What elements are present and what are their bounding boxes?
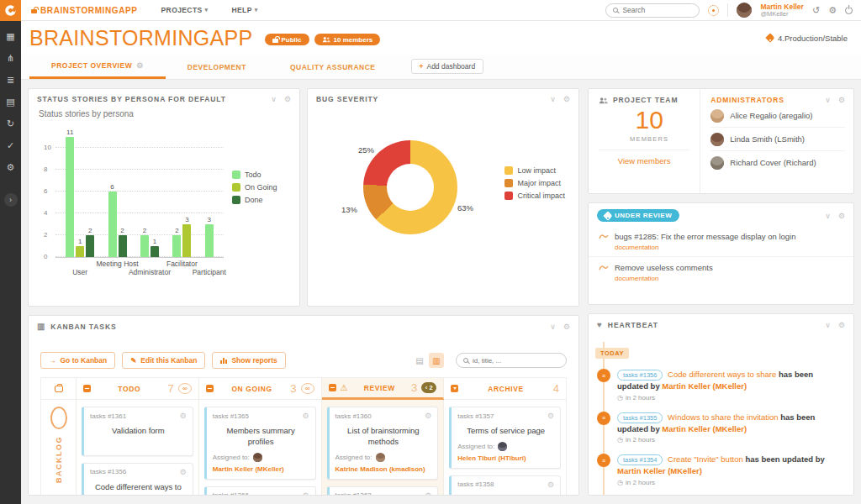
user-menu[interactable]: Martin Keller @MKeller xyxy=(760,3,804,18)
review-item[interactable]: bugs #1285: Fix the error message displa… xyxy=(589,226,853,257)
entry-user-link[interactable]: Martin Keller (MKeller) xyxy=(617,466,702,475)
collapse-column-icon[interactable] xyxy=(329,384,336,391)
entry-title-link[interactable]: Windows to share the invitation xyxy=(668,412,778,422)
card-gear-icon[interactable]: ⚙ xyxy=(563,323,570,331)
assignee-name[interactable]: Katrine Madison (kmadison) xyxy=(335,465,425,473)
documents-folder-icon[interactable]: ▤ xyxy=(6,97,14,107)
card-gear-icon[interactable]: ⚙ xyxy=(838,96,845,104)
kanban-filter-input[interactable] xyxy=(473,357,552,365)
members-badge[interactable]: 10 members xyxy=(314,34,381,45)
tab-gear-icon[interactable]: ⚙ xyxy=(136,61,144,70)
kanban-task-card[interactable]: tasks #1365 ⚙ Members summary profiles A… xyxy=(204,407,316,480)
kanban-task-card[interactable]: tasks #1360 ⚙ List of brainstorming meth… xyxy=(327,407,439,480)
collapse-column-icon[interactable] xyxy=(83,385,91,392)
kanban-task-card[interactable]: tasks #1356 ⚙ Code differerent ways to xyxy=(82,463,193,495)
collapse-chevron-icon[interactable]: ∨ xyxy=(825,96,831,104)
dashboard-grid-icon[interactable]: ▦ xyxy=(6,32,14,41)
backlog-list-icon[interactable]: ≣ xyxy=(7,76,14,85)
kanban-task-card[interactable]: tasks #1362 ⚙ xyxy=(327,486,439,495)
wip-limit-badge[interactable]: ∞ xyxy=(178,383,192,394)
task-title: Terms of service page xyxy=(457,420,554,440)
backlog-column[interactable]: BACKLOG xyxy=(41,400,77,495)
card-gear-icon[interactable]: ⚙ xyxy=(838,212,845,220)
card-gear-icon[interactable]: ⚙ xyxy=(302,412,309,420)
search-input[interactable] xyxy=(622,6,689,14)
widgets-icon[interactable] xyxy=(708,5,719,16)
wip-limit-badge[interactable]: ∞ xyxy=(301,383,314,394)
wip-limit-badge[interactable]: ‹ 2 xyxy=(421,382,436,393)
settings-gear-icon[interactable]: ⚙ xyxy=(828,6,837,15)
review-item-tag[interactable]: documentation xyxy=(615,244,843,251)
tab-project-overview[interactable]: PROJECT OVERVIEW ⚙ xyxy=(29,55,166,79)
card-gear-icon[interactable]: ⚙ xyxy=(425,491,431,495)
assigned-row: Assigned to: Katrine Madison (kmadison) xyxy=(335,453,432,473)
admin-row[interactable]: Richard Cover (Richard) xyxy=(710,151,845,174)
user-avatar[interactable] xyxy=(737,3,752,18)
collapse-chevron-icon[interactable]: ∨ xyxy=(825,212,831,220)
topbar-app-link[interactable]: BRAINSTORMINGAPP xyxy=(31,6,138,15)
testplan-check-icon[interactable]: ✓ xyxy=(7,141,14,150)
release-tag[interactable]: 4.Production/Stable xyxy=(767,34,848,43)
entry-user-link[interactable]: Martin Keller (MKeller) xyxy=(662,381,747,391)
help-menu[interactable]: HELP ▾ xyxy=(232,6,258,14)
compact-view-toggle[interactable]: ▤ xyxy=(412,353,427,368)
history-icon[interactable]: ↺ xyxy=(812,6,820,15)
admin-row[interactable]: Linda Smith (LSmith) xyxy=(710,128,845,151)
task-ref-badge[interactable]: tasks #1356 xyxy=(617,370,663,381)
admin-gears-icon[interactable]: ⚙ xyxy=(7,163,15,172)
view-members-link[interactable]: View members xyxy=(599,150,689,165)
admin-name: Alice Regalio (aregalio) xyxy=(730,111,812,120)
card-gear-icon[interactable]: ⚙ xyxy=(838,321,845,329)
people-icon xyxy=(322,36,330,43)
pie-label-low: 63% xyxy=(457,203,473,213)
collapse-chevron-icon[interactable]: ∨ xyxy=(550,323,556,331)
card-gear-icon[interactable]: ⚙ xyxy=(547,480,554,489)
collapse-column-icon[interactable] xyxy=(206,385,214,392)
show-reports-button[interactable]: Show reports xyxy=(212,352,285,369)
kanban-task-card[interactable]: tasks #1357 ⚙ Terms of service page Assi… xyxy=(449,407,561,469)
tab-quality-assurance[interactable]: QUALITY ASSURANCE xyxy=(268,55,398,79)
projects-menu[interactable]: PROJECTS ▾ xyxy=(161,6,209,14)
tuleap-logo[interactable] xyxy=(0,0,21,21)
detailed-view-toggle[interactable]: ▥ xyxy=(429,353,444,368)
add-dashboard-button[interactable]: + Add dashboard xyxy=(411,59,484,74)
assignee-avatar xyxy=(498,442,507,451)
assignee-name[interactable]: Helen Tiburi (HTiburi) xyxy=(457,454,526,462)
tracker-fork-icon[interactable]: ⋔ xyxy=(7,54,14,63)
kanban-task-card[interactable]: tasks #1361 ⚙ Validation form xyxy=(82,407,193,456)
entry-title-link[interactable]: Create "Invite" button xyxy=(668,454,743,464)
card-gear-icon[interactable]: ⚙ xyxy=(302,491,309,495)
card-gear-icon[interactable]: ⚙ xyxy=(180,412,187,420)
collapse-chevron-icon[interactable]: ∨ xyxy=(825,321,831,329)
entry-title-link[interactable]: Code differerent ways to share xyxy=(668,370,776,379)
bar-plot: 02468101112User62Meeting Host21Administr… xyxy=(55,132,224,258)
kanban-task-card[interactable]: tasks #1366 ⚙ Discussions Options xyxy=(204,486,316,495)
sidebar-expand-chevron[interactable]: › xyxy=(4,193,18,207)
review-item[interactable]: Remove useless comments documentation xyxy=(589,257,853,287)
card-gear-icon[interactable]: ⚙ xyxy=(425,412,431,420)
card-gear-icon[interactable]: ⚙ xyxy=(563,95,570,103)
card-gear-icon[interactable]: ⚙ xyxy=(180,468,187,476)
go-to-kanban-button[interactable]: → Go to Kanban xyxy=(40,352,115,369)
assignee-name[interactable]: Martin Keller (MKeller) xyxy=(213,465,284,473)
review-item-tag[interactable]: documentation xyxy=(615,275,843,282)
backlog-column-header[interactable] xyxy=(41,378,77,400)
sync-refresh-icon[interactable]: ↻ xyxy=(7,119,14,129)
card-gear-icon[interactable]: ⚙ xyxy=(547,412,554,420)
collapse-chevron-icon[interactable]: ∨ xyxy=(550,95,556,103)
card-gear-icon[interactable]: ⚙ xyxy=(284,95,291,103)
tab-development[interactable]: DEVELOPMENT xyxy=(166,55,268,79)
admin-row[interactable]: Alice Regalio (aregalio) xyxy=(710,104,845,128)
clock-icon: ◷ xyxy=(617,394,623,402)
assigned-label: Assigned to: xyxy=(335,454,372,461)
logout-power-icon[interactable] xyxy=(845,7,853,14)
collapse-chevron-icon[interactable]: ∨ xyxy=(271,95,277,103)
public-badge[interactable]: Public xyxy=(265,34,309,45)
archive-column-icon[interactable] xyxy=(451,385,458,392)
task-ref-badge[interactable]: tasks #1355 xyxy=(617,412,663,423)
under-review-badge[interactable]: UNDER REVIEW xyxy=(597,209,679,222)
task-ref-badge[interactable]: tasks #1354 xyxy=(617,454,663,465)
entry-user-link[interactable]: Martin Keller (MKeller) xyxy=(662,424,747,433)
edit-kanban-button[interactable]: ✎ Edit this Kanban xyxy=(122,352,205,369)
kanban-task-card[interactable]: tasks #1358 ⚙ New meeting form xyxy=(449,475,561,495)
